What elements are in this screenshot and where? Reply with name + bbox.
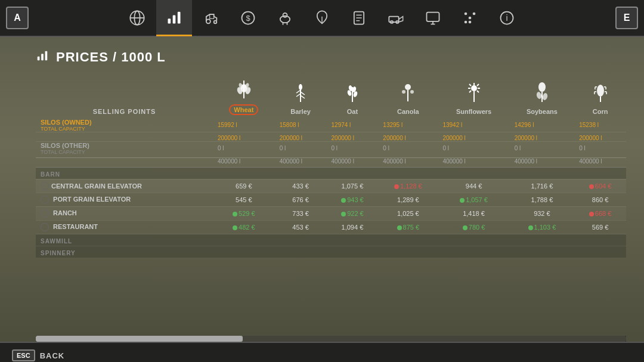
crop-header-oat: Oat [327,76,379,116]
central-grain-label: CENTRAL GRAIN ELEVATOR [36,180,213,193]
crop-label-oat: Oat [332,108,374,115]
silos-other-cap-corn: 400000 l [574,157,626,167]
svg-rect-35 [45,51,48,61]
page-title-container: PRICES / 1000 L [36,49,626,65]
silos-owned-barley: 15808 l [275,116,327,132]
soybeans-icon [515,81,570,107]
svg-point-56 [410,90,414,94]
port-grain-sunflowers: 1,057 € [438,193,509,206]
crop-label-sunflowers: Sunflowers [442,108,504,115]
section-sawmill: SAWMILL [36,234,626,246]
scrollbar-thumb[interactable] [36,336,243,342]
silos-other-soybeans: 0 l [510,141,575,157]
row-ranch: RANCH 529 € 733 € 922 € 1,025 € 1,418 € … [36,206,626,220]
svg-line-47 [301,95,305,98]
nav-key-a[interactable]: A [6,7,29,29]
silos-other-corn: 0 l [574,141,626,157]
ranch-corn: 668 € [574,206,626,220]
port-grain-label: PORT GRAIN ELEVATOR [36,193,213,206]
restaurant-wheat: 482 € [213,220,275,234]
svg-point-66 [538,82,546,92]
port-grain-canola: 1,289 € [378,193,438,206]
silos-other-cap-oat: 400000 l [327,157,379,167]
row-restaurant: RESTAURANT 482 € 453 € 1,094 € 875 € 780… [36,220,626,234]
oat-icon [332,81,374,107]
svg-point-12 [283,13,287,17]
silos-owned-cap-sunflowers: 200000 l [438,132,509,141]
silos-other-capacity-row: 400000 l 400000 l 400000 l 400000 l 4000… [36,157,626,167]
nav-key-e[interactable]: E [615,7,638,29]
crop-header-corn: Corn [574,76,626,116]
svg-rect-23 [427,13,439,21]
barn-label: BARN [36,167,626,179]
ranch-wheat: 529 € [213,206,275,220]
svg-line-64 [469,91,471,92]
silos-owned-sunflowers: 13942 l [438,116,509,132]
svg-point-7 [214,21,217,24]
nav-icon-chart2[interactable] [452,0,488,36]
nav-icon-tractor[interactable] [193,0,229,36]
nav-icon-contract[interactable] [341,0,377,36]
svg-point-43 [299,84,302,90]
nav-icon-info[interactable]: i [489,0,525,36]
central-grain-canola: 1,128 € [378,179,438,193]
sawmill-label: SAWMILL [36,234,626,246]
svg-point-27 [469,17,472,20]
ranch-soybeans: 932 € [510,206,575,220]
silos-other-row: SILOS (OTHER) TOTAL CAPACITY 0 l 0 l 0 l… [36,141,626,157]
svg-rect-8 [210,14,214,18]
restaurant-sunflowers: 780 € [438,220,509,234]
svg-rect-33 [38,57,40,60]
silos-other-barley: 0 l [275,141,327,157]
svg-rect-4 [173,15,176,23]
silos-other-cap-soybeans: 400000 l [510,157,575,167]
svg-point-57 [471,85,477,91]
restaurant-barley: 453 € [275,220,327,234]
svg-line-46 [296,94,301,97]
nav-icon-globe[interactable] [119,0,155,36]
svg-point-30 [469,21,472,24]
svg-text:$: $ [246,14,250,23]
prices-table: SELLING POINTS Wheat [36,76,626,258]
spinnery-label: SPINNERY [36,246,626,258]
ranch-barley: 733 € [275,206,327,220]
nav-icon-harvester[interactable] [378,0,414,36]
nav-icon-seed[interactable] [304,0,340,36]
restaurant-corn: 569 € [574,220,626,234]
top-navigation: A $ [0,0,644,37]
silos-other-cap-wheat: 400000 l [213,157,275,167]
bottom-bar: ESC BACK [0,342,644,362]
canola-icon [383,81,433,107]
silos-owned-corn: 15238 l [574,116,626,132]
silos-other-cap-canola: 400000 l [378,157,438,167]
row-port-grain-elevator: PORT GRAIN ELEVATOR 545 € 676 € 943 € 1,… [36,193,626,206]
svg-line-44 [296,90,301,93]
restaurant-canola: 875 € [378,220,438,234]
barley-icon [280,81,322,107]
port-grain-soybeans: 1,788 € [510,193,575,206]
nav-icon-stats[interactable] [156,0,192,36]
svg-point-29 [465,13,467,16]
nav-icon-monitor[interactable] [415,0,451,36]
crop-label-corn: Corn [579,108,621,115]
row-central-grain-elevator: CENTRAL GRAIN ELEVATOR 659 € 433 € 1,075… [36,179,626,193]
port-grain-corn: 860 € [574,193,626,206]
svg-point-53 [405,84,411,90]
svg-rect-3 [168,18,171,23]
svg-rect-34 [41,54,44,60]
scrollbar-track[interactable] [36,336,626,342]
svg-line-45 [301,92,305,95]
nav-icon-coin[interactable]: $ [230,0,266,36]
port-grain-wheat: 545 € [213,193,275,206]
table-header-row: SELLING POINTS Wheat [36,76,626,116]
port-grain-oat: 943 € [327,193,379,206]
esc-key: ESC [12,349,35,361]
crop-header-wheat: Wheat [213,76,275,116]
ranch-canola: 1,025 € [378,206,438,220]
svg-line-61 [477,84,479,86]
nav-icon-cow[interactable] [267,0,303,36]
crop-label-soybeans: Soybeans [515,108,570,115]
silos-owned-label: SILOS (OWNED) TOTAL CAPACITY [36,116,213,132]
silos-other-label: SILOS (OTHER) TOTAL CAPACITY [36,141,213,157]
svg-point-68 [535,91,542,100]
